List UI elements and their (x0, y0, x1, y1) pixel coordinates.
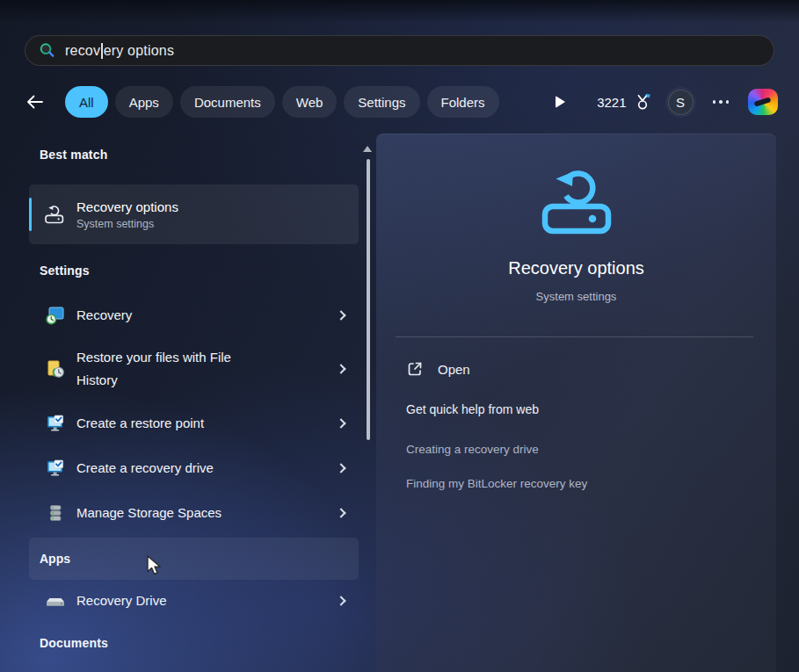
result-label: Manage Storage Spaces (76, 502, 222, 524)
chevron-right-icon (336, 310, 345, 320)
scrollbar-thumb[interactable] (367, 159, 370, 440)
search-query: recovery options (65, 43, 174, 59)
documents-header: Documents (40, 636, 108, 650)
monitor-check-icon (45, 458, 66, 479)
filter-bar: All Apps Documents Web Settings Folders … (25, 85, 778, 119)
result-recovery[interactable]: Recovery (29, 296, 359, 335)
file-history-icon (45, 358, 66, 379)
result-label: Recovery Drive (76, 589, 167, 612)
avatar-initial: S (676, 95, 685, 110)
result-label: Restore your files with File History (76, 346, 274, 392)
result-label: Create a recovery drive (76, 457, 214, 480)
result-file-history[interactable]: Restore your files with File History (29, 343, 359, 394)
open-external-icon (406, 360, 424, 378)
search-input[interactable]: recovery options (25, 35, 774, 66)
filter-tabs: All Apps Documents Web Settings Folders (65, 86, 499, 118)
more-options-icon[interactable] (709, 97, 733, 107)
recovery-drive-icon (44, 204, 65, 225)
chevron-right-icon (336, 364, 345, 373)
chevron-right-icon (336, 596, 345, 605)
chevron-right-icon (336, 508, 345, 517)
result-create-recovery-drive[interactable]: Create a recovery drive (29, 449, 359, 488)
text-caret (101, 43, 103, 59)
rewards-trophy-icon (633, 92, 652, 112)
search-flyout: recovery options All Apps Documents Web … (0, 0, 799, 672)
monitor-check-icon (45, 413, 66, 434)
best-match-text: Recovery options System settings (76, 199, 178, 230)
help-link[interactable]: Finding my BitLocker recovery key (406, 477, 587, 490)
topbar-cluster: 3221 S (556, 89, 778, 115)
tab-web[interactable]: Web (282, 86, 338, 118)
preview-panel: Recovery options System settings Open Ge… (376, 134, 776, 672)
result-manage-storage-spaces[interactable]: Manage Storage Spaces (29, 494, 359, 532)
best-match-title: Recovery options (76, 199, 178, 214)
result-label: Create a restore point (76, 412, 204, 435)
apps-header: Apps (40, 552, 70, 566)
open-action[interactable]: Open (406, 355, 479, 383)
back-arrow-icon (25, 91, 46, 112)
preview-subtitle: System settings (376, 290, 776, 303)
tab-apps[interactable]: Apps (115, 86, 173, 118)
tab-settings[interactable]: Settings (344, 86, 419, 118)
recovery-options-hero-icon (537, 163, 616, 237)
storage-stack-icon (45, 502, 66, 524)
best-match-subtitle: System settings (76, 218, 178, 230)
result-create-restore-point[interactable]: Create a restore point (29, 404, 359, 443)
scrollbar-up-arrow-icon[interactable] (363, 146, 372, 152)
tab-folders[interactable]: Folders (427, 86, 499, 118)
selection-accent-bar (29, 198, 32, 231)
drive-icon (45, 590, 66, 611)
divider (396, 336, 753, 337)
apps-header-row: Apps (29, 538, 359, 580)
copilot-icon[interactable] (748, 89, 778, 115)
chevron-right-icon (336, 463, 345, 473)
help-link[interactable]: Creating a recovery drive (406, 443, 539, 456)
preview-title: Recovery options (376, 258, 776, 278)
result-recovery-drive-app[interactable]: Recovery Drive (29, 582, 359, 620)
user-avatar[interactable]: S (668, 90, 694, 115)
result-label: Recovery (76, 304, 132, 327)
system-restore-icon (45, 305, 66, 326)
back-button[interactable] (25, 85, 54, 119)
search-icon (38, 41, 56, 60)
more-tabs-icon[interactable] (556, 96, 565, 108)
chevron-right-icon (336, 418, 345, 428)
tab-all[interactable]: All (65, 86, 108, 118)
rewards-points: 3221 (597, 95, 626, 110)
best-match-result[interactable]: Recovery options System settings (29, 184, 359, 244)
rewards-counter[interactable]: 3221 (597, 92, 651, 112)
help-header: Get quick help from web (406, 402, 539, 416)
settings-header: Settings (40, 264, 90, 278)
open-label: Open (438, 362, 470, 377)
tab-documents[interactable]: Documents (180, 86, 275, 118)
best-match-header: Best match (40, 148, 107, 162)
